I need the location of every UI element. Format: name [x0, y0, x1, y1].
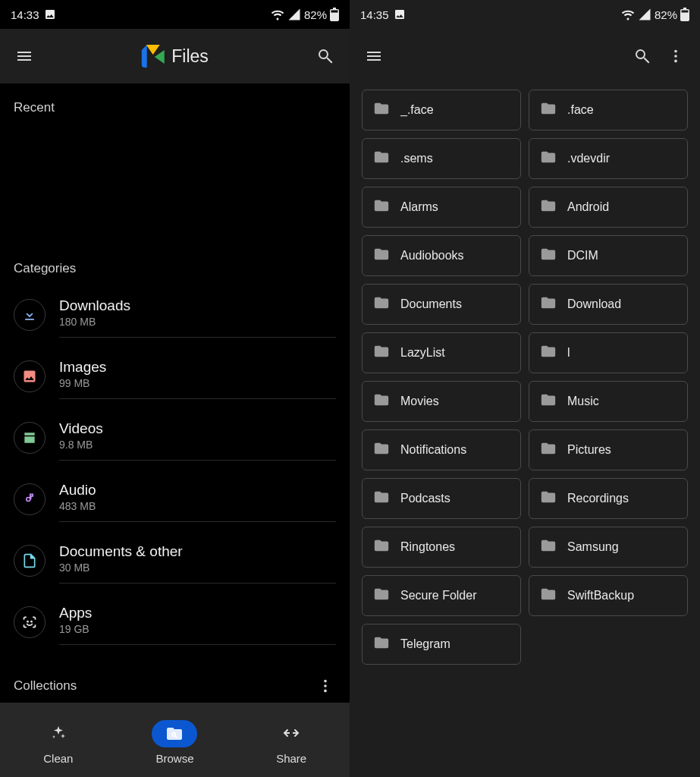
nav-clean[interactable]: Clean — [1, 720, 116, 765]
folder-tile[interactable]: Music — [529, 381, 688, 422]
more-button[interactable] — [659, 39, 692, 73]
folder-tile[interactable]: Documents — [362, 284, 521, 325]
folder-name: Telegram — [400, 637, 450, 651]
folder-name: DCIM — [567, 249, 598, 263]
category-item-audio[interactable]: Audio483 MB — [0, 468, 350, 530]
folder-tile[interactable]: _.face — [362, 90, 521, 131]
category-size: 19 GB — [59, 623, 336, 635]
svg-rect-2 — [331, 11, 338, 13]
folder-tile[interactable]: DCIM — [529, 235, 688, 276]
category-name: Videos — [59, 420, 336, 437]
menu-button[interactable] — [357, 39, 391, 73]
folder-name: Podcasts — [400, 492, 450, 505]
folder-name: .face — [567, 103, 594, 117]
folder-icon — [540, 537, 557, 557]
folder-tile[interactable]: SwiftBackup — [529, 575, 688, 616]
app-bar — [350, 29, 700, 83]
folder-icon — [373, 440, 390, 460]
folder-tile[interactable]: Notifications — [362, 429, 521, 470]
folder-tile[interactable]: Pictures — [529, 429, 688, 470]
nav-browse[interactable]: Browse — [117, 720, 232, 765]
svg-point-8 — [324, 690, 327, 693]
folder-tile[interactable]: Download — [529, 284, 688, 325]
section-categories-title: Categories — [0, 244, 350, 284]
category-name: Documents & other — [59, 543, 336, 560]
folder-icon — [373, 197, 390, 217]
image-icon — [44, 8, 56, 20]
folder-tile[interactable]: l — [529, 332, 688, 373]
apps-icon — [14, 606, 46, 638]
more-vert-icon — [317, 678, 334, 694]
image-icon — [14, 360, 46, 392]
category-size: 30 MB — [59, 562, 336, 574]
folder-tile[interactable]: Telegram — [362, 624, 521, 665]
folder-name: Documents — [400, 297, 462, 311]
section-collections-header: Collections — [0, 653, 350, 710]
folder-name: Recordings — [567, 492, 629, 505]
svg-point-5 — [30, 620, 33, 622]
signal-icon — [638, 8, 651, 21]
folder-tile[interactable]: .sems — [362, 138, 521, 179]
folder-tile[interactable]: .face — [529, 90, 688, 131]
nav-share[interactable]: Share — [234, 720, 349, 765]
svg-point-13 — [674, 50, 677, 53]
folder-tile[interactable]: Recordings — [529, 478, 688, 519]
folder-tile[interactable]: .vdevdir — [529, 138, 688, 179]
folder-icon — [373, 294, 390, 314]
folder-icon — [373, 392, 390, 411]
section-collections-title: Collections — [14, 678, 77, 694]
video-icon — [14, 422, 46, 454]
folder-icon — [540, 197, 557, 217]
category-item-image[interactable]: Images99 MB — [0, 345, 350, 407]
folder-name: .sems — [400, 152, 433, 165]
menu-button[interactable] — [8, 39, 41, 73]
svg-rect-1 — [333, 8, 336, 9]
download-icon — [14, 299, 46, 331]
image-icon — [394, 8, 406, 20]
app-title: Files — [171, 46, 209, 67]
folder-tile[interactable]: Alarms — [362, 187, 521, 228]
folder-tile[interactable]: Android — [529, 187, 688, 228]
search-button[interactable] — [626, 39, 659, 73]
search-icon — [316, 47, 334, 65]
folder-name: Ringtones — [400, 540, 455, 554]
status-bar: 14:35 82% — [350, 0, 700, 29]
category-item-video[interactable]: Videos9.8 MB — [0, 407, 350, 468]
storage-folders-screen: 14:35 82% _.face.face.sems.vdev — [350, 0, 700, 777]
browse-icon — [152, 720, 197, 747]
folder-name: Notifications — [400, 443, 466, 457]
folder-icon — [540, 343, 557, 363]
folder-icon — [540, 294, 557, 314]
folder-tile[interactable]: LazyList — [362, 332, 521, 373]
status-battery-text: 82% — [654, 8, 677, 21]
wifi-icon — [271, 8, 284, 21]
folder-icon — [540, 246, 557, 266]
folder-icon — [540, 440, 557, 460]
folder-name: _.face — [400, 103, 434, 117]
share-icon — [268, 720, 314, 747]
battery-icon — [330, 8, 339, 21]
folder-tile[interactable]: Secure Folder — [362, 575, 521, 616]
folder-tile[interactable]: Audiobooks — [362, 235, 521, 276]
audio-icon — [14, 483, 46, 515]
svg-point-4 — [27, 620, 29, 622]
folder-tile[interactable]: Podcasts — [362, 478, 521, 519]
category-name: Apps — [59, 605, 336, 621]
category-size: 180 MB — [59, 316, 336, 328]
folder-name: Samsung — [567, 540, 619, 554]
search-button[interactable] — [309, 39, 342, 73]
folder-icon — [540, 489, 557, 508]
folder-icon — [373, 634, 390, 654]
category-item-document[interactable]: Documents & other30 MB — [0, 530, 350, 591]
category-item-download[interactable]: Downloads180 MB — [0, 284, 350, 345]
collections-more-button[interactable] — [309, 669, 342, 703]
search-icon — [633, 47, 651, 65]
svg-point-6 — [324, 680, 327, 683]
category-name: Images — [59, 359, 336, 376]
category-item-apps[interactable]: Apps19 GB — [0, 591, 350, 653]
folder-tile[interactable]: Samsung — [529, 527, 688, 568]
hamburger-icon — [365, 47, 383, 65]
folder-name: Secure Folder — [400, 589, 477, 602]
folder-tile[interactable]: Movies — [362, 381, 521, 422]
folder-tile[interactable]: Ringtones — [362, 527, 521, 568]
